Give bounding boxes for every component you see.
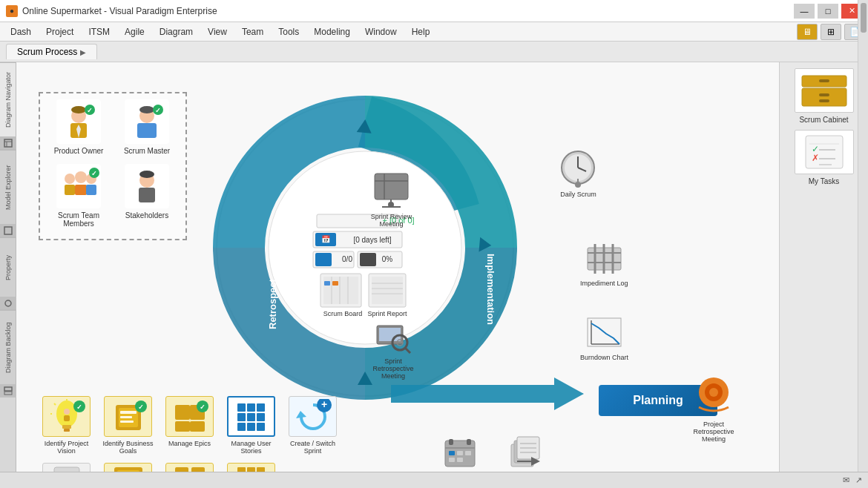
my-tasks-item[interactable]: ✓ ✗ My Tasks	[783, 130, 865, 185]
manage-epics-icon: ✓	[165, 396, 214, 437]
sidebar-icon-2[interactable]	[0, 224, 16, 237]
content-area: ✓ Product Owner	[16, 62, 779, 488]
sidebar-icon-4[interactable]	[0, 384, 16, 398]
menu-window[interactable]: Window	[358, 25, 404, 39]
svg-rect-98	[457, 451, 463, 455]
menu-modeling[interactable]: Modeling	[306, 25, 358, 39]
svg-rect-123	[120, 411, 137, 414]
svg-rect-125	[120, 421, 134, 423]
svg-line-87	[405, 348, 410, 353]
identify-goals-label: Identify Business Goals	[100, 440, 156, 455]
impediment-log[interactable]: Impediment Log	[580, 237, 628, 287]
sidebar-model-explorer[interactable]: Model Explorer	[0, 150, 16, 224]
svg-text:✓: ✓	[138, 403, 144, 411]
svg-rect-137	[237, 413, 246, 421]
svg-rect-44	[315, 253, 332, 266]
daily-scrum-label: Daily Scrum	[560, 191, 596, 198]
menu-agile[interactable]: Agile	[117, 25, 152, 39]
svg-text:[0 days left]: [0 days left]	[353, 236, 391, 244]
menu-team[interactable]: Team	[234, 25, 271, 39]
menu-tools[interactable]: Tools	[271, 25, 306, 39]
svg-rect-141	[247, 423, 255, 431]
svg-rect-140	[237, 423, 246, 431]
burndown-chart[interactable]: Burndown Chart	[580, 314, 628, 361]
sprint-review-meeting[interactable]: Sprint Review Meeting	[364, 170, 419, 228]
role-scrum-master[interactable]: ✓ Scrum Master	[114, 99, 180, 161]
svg-rect-139	[257, 413, 265, 421]
svg-rect-3	[4, 227, 12, 234]
create-sprint-icon: +	[289, 396, 337, 437]
menu-itsm[interactable]: ITSM	[81, 25, 117, 39]
svg-rect-138	[247, 413, 255, 421]
svg-rect-128	[175, 405, 190, 420]
svg-point-28	[139, 171, 154, 178]
sidebar-property[interactable]: Property	[0, 237, 16, 297]
manage-epics-label: Manage Epics	[168, 440, 211, 447]
manage-stories-label: Manage User Stories	[223, 440, 279, 455]
sidebar-icon-1[interactable]	[0, 136, 16, 150]
svg-rect-111	[62, 425, 71, 429]
identify-goals[interactable]: ✓ Identify Business Goals	[100, 396, 156, 455]
status-arrow-icon[interactable]: ↗	[855, 475, 862, 485]
daily-scrum[interactable]: Daily Scrum	[558, 148, 599, 198]
create-sprint[interactable]: + Create / Switch Sprint	[285, 396, 341, 455]
sidebar-diagram-navigator[interactable]: Diagram Navigator	[0, 62, 16, 136]
project-retro[interactable]: Project Retrospective Meeting	[684, 374, 743, 443]
product-owner-label: Product Owner	[54, 147, 104, 155]
svg-point-15	[139, 106, 154, 113]
manage-stories[interactable]: Manage User Stories	[223, 396, 279, 455]
app-icon: ●	[6, 5, 18, 17]
identify-vision-icon: ✓	[42, 396, 91, 437]
sidebar-icon-3[interactable]	[0, 297, 16, 310]
minimize-button[interactable]: —	[794, 4, 815, 19]
role-scrum-team[interactable]: ✓ Scrum Team Members	[46, 164, 111, 234]
scrum-cabinet-icon	[795, 68, 854, 113]
svg-rect-172	[819, 93, 829, 96]
tool-monitor[interactable]: 🖥	[797, 24, 818, 40]
vertical-scrollbar[interactable]	[858, 0, 868, 488]
identify-vision[interactable]: ✓ Identify Project Vision	[39, 396, 94, 455]
maximize-button[interactable]: □	[818, 4, 838, 19]
svg-point-10	[71, 106, 86, 113]
sidebar-diagram-backlog[interactable]: Diagram Backlog	[0, 310, 16, 384]
svg-text:0%: 0%	[382, 255, 393, 263]
svg-rect-21	[75, 185, 87, 195]
sprint-review-label: Sprint Review Meeting	[364, 213, 419, 228]
menu-dash[interactable]: Dash	[3, 25, 39, 39]
backlog-row1: ✓ Identify Project Vision	[39, 396, 341, 455]
manage-epics[interactable]: ✓ Manage Epics	[162, 396, 217, 447]
scrum-canvas: ✓ Product Owner	[16, 62, 766, 488]
tab-bar: Scrum Process ▶	[0, 42, 868, 62]
svg-rect-6	[4, 392, 12, 395]
svg-rect-95	[449, 439, 453, 445]
role-product-owner[interactable]: ✓ Product Owner	[46, 99, 111, 161]
role-stakeholders[interactable]: Stakeholders	[114, 164, 180, 234]
svg-rect-142	[257, 423, 265, 431]
create-sprint-label: Create / Switch Sprint	[285, 440, 341, 455]
v-scroll-thumb[interactable]	[861, 3, 867, 33]
sprint-retro-meeting[interactable]: Sprint Retrospective Meeting	[364, 314, 423, 380]
svg-point-4	[5, 300, 11, 306]
svg-rect-112	[64, 429, 70, 432]
svg-rect-171	[819, 79, 829, 82]
scrum-cabinet-item[interactable]: Scrum Cabinet	[783, 68, 865, 124]
tool-grid[interactable]: ⊞	[821, 24, 841, 40]
svg-rect-0	[4, 139, 12, 147]
planning-section: Planning	[391, 374, 584, 415]
burndown-chart-label: Burndown Chart	[580, 354, 628, 361]
title-bar: ● Online Supermarket - Visual Paradigm E…	[0, 0, 868, 22]
scrum-team-label: Scrum Team Members	[46, 211, 111, 228]
tab-scrum-process[interactable]: Scrum Process ▶	[6, 44, 97, 59]
menu-diagram[interactable]: Diagram	[152, 25, 200, 39]
tab-label: Scrum Process	[17, 47, 77, 57]
menu-project[interactable]: Project	[39, 25, 81, 39]
svg-rect-97	[449, 451, 455, 455]
menu-help[interactable]: Help	[404, 25, 438, 39]
status-text: ✉ ↗	[843, 475, 862, 485]
stakeholders-icon	[125, 164, 169, 208]
svg-text:✓: ✓	[200, 403, 206, 411]
menu-view[interactable]: View	[200, 25, 234, 39]
svg-rect-130	[175, 421, 190, 432]
status-mail-icon[interactable]: ✉	[843, 475, 849, 485]
impediment-log-label: Impediment Log	[580, 280, 628, 287]
